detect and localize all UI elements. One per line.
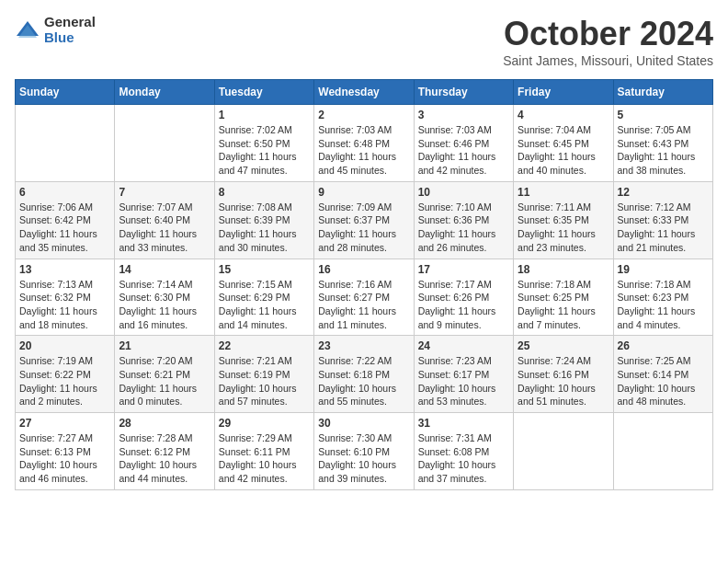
day-info: Sunrise: 7:18 AMSunset: 6:23 PMDaylight:… bbox=[618, 278, 709, 332]
day-number: 15 bbox=[219, 263, 310, 276]
day-number: 18 bbox=[518, 263, 609, 276]
day-info: Sunrise: 7:23 AMSunset: 6:17 PMDaylight:… bbox=[418, 354, 509, 408]
day-number: 4 bbox=[518, 109, 609, 121]
calendar-day-cell bbox=[115, 105, 214, 182]
day-number: 27 bbox=[19, 417, 110, 430]
day-info: Sunrise: 7:25 AMSunset: 6:14 PMDaylight:… bbox=[618, 354, 709, 408]
calendar-day-cell: 23Sunrise: 7:22 AMSunset: 6:18 PMDayligh… bbox=[314, 336, 414, 413]
day-info: Sunrise: 7:03 AMSunset: 6:48 PMDaylight:… bbox=[318, 123, 409, 178]
calendar-day-cell: 8Sunrise: 7:08 AMSunset: 6:39 PMDaylight… bbox=[214, 181, 313, 259]
day-number: 14 bbox=[119, 263, 210, 276]
day-number: 31 bbox=[418, 417, 509, 430]
calendar-day-cell: 3Sunrise: 7:03 AMSunset: 6:46 PMDaylight… bbox=[414, 105, 513, 182]
day-number: 26 bbox=[618, 339, 709, 352]
calendar-header-row: SundayMondayTuesdayWednesdayThursdayFrid… bbox=[16, 80, 713, 105]
day-info: Sunrise: 7:31 AMSunset: 6:08 PMDaylight:… bbox=[418, 431, 509, 486]
day-info: Sunrise: 7:13 AMSunset: 6:32 PMDaylight:… bbox=[19, 278, 110, 332]
calendar-day-cell: 24Sunrise: 7:23 AMSunset: 6:17 PMDayligh… bbox=[414, 336, 513, 413]
calendar-day-cell: 29Sunrise: 7:29 AMSunset: 6:11 PMDayligh… bbox=[214, 413, 313, 490]
title-block: October 2024 Saint James, Missouri, Unit… bbox=[503, 15, 713, 68]
calendar-week-row: 13Sunrise: 7:13 AMSunset: 6:32 PMDayligh… bbox=[16, 259, 713, 336]
day-info: Sunrise: 7:16 AMSunset: 6:27 PMDaylight:… bbox=[318, 278, 409, 332]
day-info: Sunrise: 7:20 AMSunset: 6:21 PMDaylight:… bbox=[119, 354, 210, 408]
day-number: 6 bbox=[19, 186, 110, 199]
calendar-header-thursday: Thursday bbox=[414, 80, 513, 105]
logo-text: General Blue bbox=[44, 15, 96, 45]
day-info: Sunrise: 7:14 AMSunset: 6:30 PMDaylight:… bbox=[119, 278, 210, 332]
day-number: 25 bbox=[518, 339, 609, 352]
calendar-week-row: 6Sunrise: 7:06 AMSunset: 6:42 PMDaylight… bbox=[16, 181, 713, 259]
calendar-day-cell: 31Sunrise: 7:31 AMSunset: 6:08 PMDayligh… bbox=[414, 413, 513, 490]
day-number: 29 bbox=[219, 417, 310, 430]
calendar-day-cell: 10Sunrise: 7:10 AMSunset: 6:36 PMDayligh… bbox=[414, 181, 513, 259]
day-info: Sunrise: 7:06 AMSunset: 6:42 PMDaylight:… bbox=[19, 201, 110, 255]
day-number: 24 bbox=[418, 339, 509, 352]
day-info: Sunrise: 7:02 AMSunset: 6:50 PMDaylight:… bbox=[219, 123, 310, 178]
day-number: 9 bbox=[318, 186, 409, 199]
calendar-day-cell: 6Sunrise: 7:06 AMSunset: 6:42 PMDaylight… bbox=[16, 181, 115, 259]
calendar-day-cell bbox=[514, 413, 613, 490]
day-number: 17 bbox=[418, 263, 509, 276]
day-number: 1 bbox=[219, 109, 310, 121]
calendar-header-friday: Friday bbox=[514, 80, 613, 105]
day-info: Sunrise: 7:11 AMSunset: 6:35 PMDaylight:… bbox=[518, 201, 609, 255]
day-number: 3 bbox=[418, 109, 509, 121]
day-number: 11 bbox=[518, 186, 609, 199]
day-info: Sunrise: 7:30 AMSunset: 6:10 PMDaylight:… bbox=[318, 431, 409, 486]
day-info: Sunrise: 7:03 AMSunset: 6:46 PMDaylight:… bbox=[418, 123, 509, 178]
calendar-day-cell: 7Sunrise: 7:07 AMSunset: 6:40 PMDaylight… bbox=[115, 181, 214, 259]
day-number: 7 bbox=[119, 186, 210, 199]
calendar-day-cell: 13Sunrise: 7:13 AMSunset: 6:32 PMDayligh… bbox=[16, 259, 115, 336]
calendar-day-cell bbox=[16, 105, 115, 182]
day-number: 19 bbox=[618, 263, 709, 276]
day-number: 28 bbox=[119, 417, 210, 430]
day-number: 20 bbox=[19, 339, 110, 352]
calendar-header-monday: Monday bbox=[115, 80, 214, 105]
day-info: Sunrise: 7:28 AMSunset: 6:12 PMDaylight:… bbox=[119, 431, 210, 486]
day-number: 16 bbox=[318, 263, 409, 276]
day-number: 30 bbox=[318, 417, 409, 430]
day-number: 12 bbox=[618, 186, 709, 199]
calendar-header-saturday: Saturday bbox=[613, 80, 712, 105]
calendar-day-cell: 22Sunrise: 7:21 AMSunset: 6:19 PMDayligh… bbox=[214, 336, 313, 413]
day-info: Sunrise: 7:24 AMSunset: 6:16 PMDaylight:… bbox=[518, 354, 609, 408]
page-header: General Blue October 2024 Saint James, M… bbox=[15, 15, 713, 68]
day-number: 5 bbox=[618, 109, 709, 121]
day-number: 22 bbox=[219, 339, 310, 352]
calendar-day-cell: 28Sunrise: 7:28 AMSunset: 6:12 PMDayligh… bbox=[115, 413, 214, 490]
day-info: Sunrise: 7:15 AMSunset: 6:29 PMDaylight:… bbox=[219, 278, 310, 332]
calendar-day-cell: 16Sunrise: 7:16 AMSunset: 6:27 PMDayligh… bbox=[314, 259, 414, 336]
calendar-header-wednesday: Wednesday bbox=[314, 80, 414, 105]
calendar-day-cell bbox=[613, 413, 712, 490]
calendar-day-cell: 19Sunrise: 7:18 AMSunset: 6:23 PMDayligh… bbox=[613, 259, 712, 336]
calendar-week-row: 27Sunrise: 7:27 AMSunset: 6:13 PMDayligh… bbox=[16, 413, 713, 490]
day-number: 2 bbox=[318, 109, 409, 121]
calendar-day-cell: 21Sunrise: 7:20 AMSunset: 6:21 PMDayligh… bbox=[115, 336, 214, 413]
location-text: Saint James, Missouri, United States bbox=[503, 53, 713, 68]
day-number: 21 bbox=[119, 339, 210, 352]
calendar-week-row: 20Sunrise: 7:19 AMSunset: 6:22 PMDayligh… bbox=[16, 336, 713, 413]
logo: General Blue bbox=[15, 15, 96, 45]
calendar-day-cell: 20Sunrise: 7:19 AMSunset: 6:22 PMDayligh… bbox=[16, 336, 115, 413]
calendar-header-sunday: Sunday bbox=[16, 80, 115, 105]
calendar-day-cell: 5Sunrise: 7:05 AMSunset: 6:43 PMDaylight… bbox=[613, 105, 712, 182]
calendar-header-tuesday: Tuesday bbox=[214, 80, 313, 105]
logo-icon bbox=[15, 17, 40, 43]
day-info: Sunrise: 7:18 AMSunset: 6:25 PMDaylight:… bbox=[518, 278, 609, 332]
calendar-day-cell: 1Sunrise: 7:02 AMSunset: 6:50 PMDaylight… bbox=[214, 105, 313, 182]
day-number: 8 bbox=[219, 186, 310, 199]
calendar-day-cell: 18Sunrise: 7:18 AMSunset: 6:25 PMDayligh… bbox=[514, 259, 613, 336]
logo-blue-text: Blue bbox=[44, 30, 96, 46]
calendar-day-cell: 30Sunrise: 7:30 AMSunset: 6:10 PMDayligh… bbox=[314, 413, 414, 490]
day-info: Sunrise: 7:04 AMSunset: 6:45 PMDaylight:… bbox=[518, 123, 609, 178]
day-info: Sunrise: 7:27 AMSunset: 6:13 PMDaylight:… bbox=[19, 431, 110, 486]
day-info: Sunrise: 7:08 AMSunset: 6:39 PMDaylight:… bbox=[219, 201, 310, 255]
calendar-day-cell: 4Sunrise: 7:04 AMSunset: 6:45 PMDaylight… bbox=[514, 105, 613, 182]
calendar-day-cell: 26Sunrise: 7:25 AMSunset: 6:14 PMDayligh… bbox=[613, 336, 712, 413]
day-info: Sunrise: 7:10 AMSunset: 6:36 PMDaylight:… bbox=[418, 201, 509, 255]
month-title: October 2024 bbox=[503, 15, 713, 53]
day-info: Sunrise: 7:29 AMSunset: 6:11 PMDaylight:… bbox=[219, 431, 310, 486]
day-info: Sunrise: 7:05 AMSunset: 6:43 PMDaylight:… bbox=[618, 123, 709, 178]
calendar-day-cell: 2Sunrise: 7:03 AMSunset: 6:48 PMDaylight… bbox=[314, 105, 414, 182]
day-info: Sunrise: 7:17 AMSunset: 6:26 PMDaylight:… bbox=[418, 278, 509, 332]
